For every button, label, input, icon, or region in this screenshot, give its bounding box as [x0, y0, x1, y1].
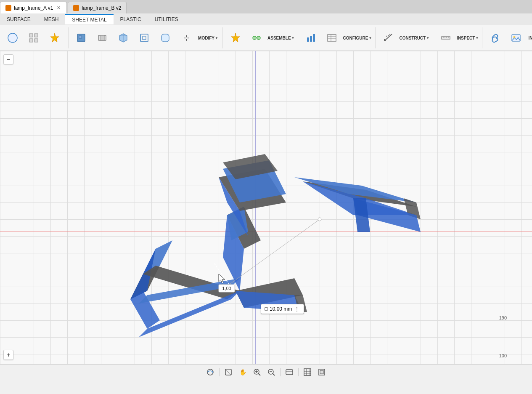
svg-marker-5: [50, 33, 59, 42]
svg-line-73: [258, 373, 260, 375]
configure-chart-icon: [305, 32, 317, 44]
svg-point-19: [257, 36, 260, 40]
assemble-dropdown[interactable]: ASSEMBLE ▼: [267, 36, 294, 40]
configure-dropdown[interactable]: CONFIGURE ▼: [343, 36, 372, 40]
cube-icon: [117, 32, 129, 44]
left-vertical-piece: [130, 240, 172, 329]
assemble-group: ASSEMBLE ▼: [225, 27, 298, 48]
assemble-connect-btn[interactable]: [246, 28, 267, 48]
rounded-icon: [159, 32, 171, 44]
svg-line-70: [225, 369, 231, 375]
tab-lamp-frame-a[interactable]: lamp_frame_A v1 ✕: [0, 2, 67, 13]
dimension-options-button[interactable]: ⋮: [294, 306, 300, 312]
inspect-ruler-btn[interactable]: [436, 28, 456, 48]
modify-label: MODIFY: [198, 36, 214, 40]
insert-link-icon: [489, 32, 501, 44]
toolbar: ⊹ MODIFY ▼: [0, 25, 532, 51]
assemble-star-icon: [230, 32, 241, 44]
zoom-in-tool-btn[interactable]: [251, 366, 263, 378]
toolbar-sep-3: [298, 368, 299, 376]
menu-tab-plastic[interactable]: PLASTIC: [114, 15, 148, 24]
display-settings-btn[interactable]: [283, 366, 296, 378]
move-icon: ⊹: [180, 32, 192, 44]
insert-image-icon: [510, 32, 522, 44]
bottom-toolbar: ✋: [0, 364, 532, 379]
svg-rect-79: [286, 370, 293, 375]
circle-icon: [7, 32, 19, 44]
grid-icon: [28, 32, 40, 44]
dimension-label: 10.00 mm ⋮: [261, 304, 304, 314]
inspect-group: INSPECT ▼: [436, 27, 482, 48]
toolbar-sep-1: [219, 368, 220, 376]
shape-icon: [96, 32, 108, 44]
svg-line-33: [389, 34, 390, 35]
svg-rect-81: [304, 369, 311, 375]
menu-tab-sheet-metal[interactable]: SHEET METAL: [65, 14, 113, 24]
configure-table-btn[interactable]: [322, 28, 342, 48]
orbit-btn[interactable]: [204, 366, 217, 378]
create-special-btn[interactable]: [45, 28, 65, 48]
dimension-value: 10.00 mm: [270, 306, 292, 312]
cube-btn[interactable]: [113, 28, 133, 48]
insert-image-btn[interactable]: [506, 28, 526, 48]
svg-rect-13: [140, 34, 148, 42]
viewport: − + 100 190: [0, 51, 532, 379]
svg-line-77: [273, 373, 275, 375]
move-btn[interactable]: ⊹: [176, 28, 196, 48]
home-view-btn[interactable]: [222, 366, 235, 378]
insert-dropdown[interactable]: INSERT ▼: [527, 36, 532, 40]
configure-chart-btn[interactable]: [301, 28, 321, 48]
modify-arrow: ▼: [215, 36, 218, 40]
zoom-out-tool-btn[interactable]: [265, 366, 278, 378]
svg-rect-4: [34, 39, 38, 42]
svg-rect-14: [143, 36, 146, 40]
configure-table-icon: [326, 32, 338, 44]
toolbar-sep-2: [280, 368, 281, 376]
create-circle-btn[interactable]: [3, 28, 23, 48]
construct-measure-btn[interactable]: [378, 28, 398, 48]
configure-label: CONFIGURE: [343, 36, 368, 40]
3d-viewport-svg: 1,00: [0, 51, 532, 379]
inspect-dropdown[interactable]: INSPECT ▼: [457, 36, 479, 40]
small-dim-value: 1,00: [222, 286, 231, 291]
toolbar-area: SURFACE MESH SHEET METAL PLASTIC UTILITI…: [0, 13, 532, 51]
view-cube-btn[interactable]: [315, 366, 328, 378]
rounded-btn[interactable]: [155, 28, 175, 48]
menu-tab-utilities[interactable]: UTILITIES: [148, 15, 185, 24]
bottom-horizontal-piece: [139, 266, 240, 337]
pan-btn[interactable]: ✋: [236, 366, 249, 378]
construct-dropdown[interactable]: CONSTRUCT ▼: [399, 36, 429, 40]
svg-rect-34: [442, 37, 450, 39]
svg-rect-7: [79, 36, 82, 38]
modify-dropdown[interactable]: MODIFY ▼: [197, 36, 219, 40]
special-icon: [49, 32, 61, 44]
hollow-cube-btn[interactable]: [134, 28, 154, 48]
inspect-ruler-icon: [440, 32, 452, 44]
tab-bar: lamp_frame_A v1 ✕ lamp_frame_B v2: [0, 0, 532, 13]
insert-group: INSERT ▼: [485, 27, 532, 48]
grid-toggle-btn[interactable]: [301, 366, 314, 378]
tab-close-a[interactable]: ✕: [56, 5, 61, 11]
menu-tabs: SURFACE MESH SHEET METAL PLASTIC UTILITI…: [0, 13, 532, 25]
insert-link-btn[interactable]: [485, 28, 505, 48]
tab-lamp-frame-b[interactable]: lamp_frame_B v2: [68, 2, 127, 13]
svg-rect-24: [328, 35, 336, 41]
menu-tab-mesh[interactable]: MESH: [37, 15, 66, 24]
svg-point-18: [253, 36, 256, 40]
configure-group: CONFIGURE ▼: [301, 27, 376, 48]
svg-line-31: [386, 36, 387, 37]
menu-tab-surface[interactable]: SURFACE: [0, 15, 37, 24]
dimension-anchor-point: [318, 218, 321, 221]
construct-measure-icon: [382, 32, 394, 44]
svg-point-0: [8, 33, 17, 43]
assemble-star-btn[interactable]: [225, 28, 246, 48]
hollow-cube-icon: [138, 32, 150, 44]
tab-icon-a: [5, 5, 11, 11]
shape-btn[interactable]: [92, 28, 112, 48]
svg-rect-87: [320, 370, 323, 374]
face-btn[interactable]: [71, 28, 91, 48]
svg-text:⊹: ⊹: [183, 34, 190, 42]
inspect-label: INSPECT: [457, 36, 475, 40]
create-grid-btn[interactable]: [24, 28, 44, 48]
dim-dots-icon: [265, 307, 268, 311]
